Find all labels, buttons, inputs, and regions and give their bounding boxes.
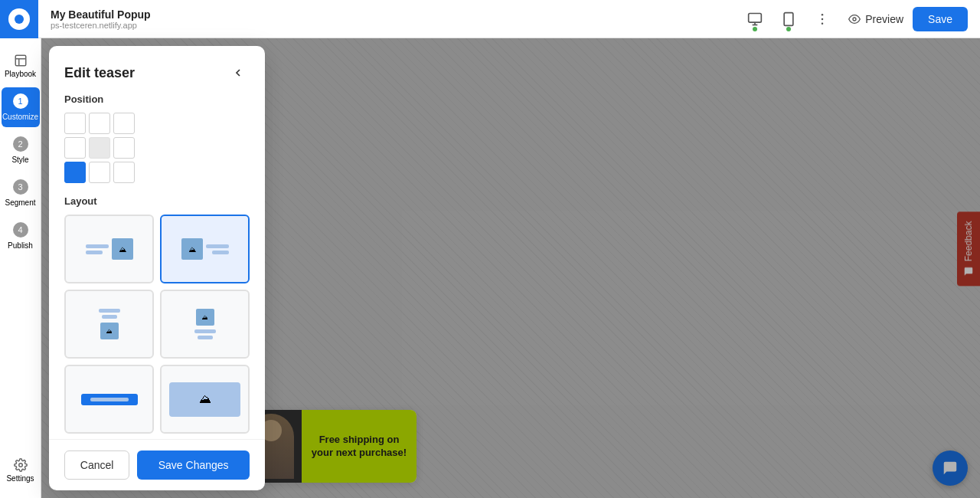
layout-text-col[interactable] <box>64 290 154 359</box>
desktop-active-dot <box>753 27 757 31</box>
save-button[interactable]: Save <box>913 7 968 31</box>
layout-image-col[interactable] <box>160 290 250 359</box>
svg-point-5 <box>822 13 824 15</box>
position-grid <box>64 113 250 183</box>
style-number: 2 <box>13 136 28 152</box>
device-switcher <box>741 5 836 33</box>
position-middle-right[interactable] <box>113 137 135 159</box>
preview-button[interactable]: Preview <box>848 13 903 25</box>
sidebar-item-segment[interactable]: 3 Segment <box>2 173 40 213</box>
site-name: My Beautiful Popup <box>51 8 729 21</box>
publish-number: 4 <box>13 222 28 238</box>
svg-rect-0 <box>749 13 762 22</box>
app-logo[interactable] <box>0 0 38 38</box>
position-top-left[interactable] <box>64 113 86 134</box>
sidebar-item-playbook[interactable]: Playbook <box>2 48 40 84</box>
layout-illus-3 <box>99 309 120 339</box>
layout-image-text[interactable] <box>160 215 250 283</box>
svg-point-12 <box>18 464 22 467</box>
mobile-device-button[interactable] <box>775 5 802 33</box>
position-top-center[interactable] <box>89 113 110 134</box>
cancel-button[interactable]: Cancel <box>64 450 129 480</box>
position-top-right[interactable] <box>113 113 135 134</box>
position-middle-center <box>89 137 110 159</box>
svg-point-8 <box>853 18 856 21</box>
edit-teaser-modal: Edit teaser Position <box>49 46 265 490</box>
position-bottom-right[interactable] <box>113 162 135 183</box>
topbar-actions: Preview Save <box>836 7 980 31</box>
sidebar-settings-label: Settings <box>6 474 34 483</box>
layout-image-only[interactable]: ⛰ <box>160 365 250 434</box>
mobile-active-dot <box>786 27 791 31</box>
layout-text-only[interactable] <box>64 365 154 434</box>
desktop-device-button[interactable] <box>741 5 769 33</box>
preview-label: Preview <box>865 13 903 25</box>
modal-title: Edit teaser <box>64 65 135 81</box>
svg-point-6 <box>822 18 824 20</box>
illus-img-1 <box>112 238 133 260</box>
layout-grid: ⛰ <box>64 215 250 434</box>
layout-illus-2 <box>181 238 229 260</box>
site-url: ps-testceren.netlify.app <box>51 21 729 30</box>
sidebar-playbook-label: Playbook <box>5 70 36 78</box>
illus-img-3 <box>100 323 119 339</box>
illus-img-2 <box>181 238 203 260</box>
svg-point-7 <box>822 22 824 25</box>
topbar: My Beautiful Popup ps-testceren.netlify.… <box>0 0 980 38</box>
modal-back-button[interactable] <box>227 61 250 84</box>
sidebar-segment-label: Segment <box>5 198 35 207</box>
logo-dot <box>15 15 24 24</box>
position-middle-left[interactable] <box>64 137 86 159</box>
more-options-button[interactable] <box>808 5 836 33</box>
customize-number: 1 <box>13 93 28 109</box>
sidebar-item-customize[interactable]: 1 Customize <box>2 87 40 127</box>
sidebar: Playbook 1 Customize 2 Style 3 Segment 4… <box>0 38 41 498</box>
layout-illus-4 <box>194 309 216 339</box>
sidebar-item-style[interactable]: 2 Style <box>2 130 40 170</box>
position-bottom-center[interactable] <box>89 162 110 183</box>
logo-inner <box>8 8 30 30</box>
svg-rect-9 <box>15 55 26 66</box>
layout-illus-5 <box>81 394 138 405</box>
position-bottom-left[interactable] <box>64 162 86 183</box>
position-section-label: Position <box>64 93 250 105</box>
sidebar-customize-label: Customize <box>2 113 38 121</box>
modal-header: Edit teaser <box>49 46 265 93</box>
sidebar-style-label: Style <box>11 156 28 164</box>
segment-number: 3 <box>13 179 28 195</box>
layout-illus-1 <box>86 238 133 260</box>
layout-illus-6: ⛰ <box>169 382 240 417</box>
site-info: My Beautiful Popup ps-testceren.netlify.… <box>38 8 741 30</box>
svg-rect-3 <box>784 12 793 25</box>
modal-body: Position Layout <box>49 93 265 439</box>
save-changes-button[interactable]: Save Changes <box>137 450 250 480</box>
illus-img-4 <box>196 309 214 326</box>
sidebar-item-settings[interactable]: Settings <box>2 452 40 489</box>
sidebar-item-publish[interactable]: 4 Publish <box>2 216 40 256</box>
layout-section-label: Layout <box>64 195 250 207</box>
modal-overlay: Edit teaser Position <box>41 38 980 498</box>
modal-footer: Cancel Save Changes <box>49 439 265 490</box>
layout-text-image[interactable] <box>64 215 154 283</box>
sidebar-publish-label: Publish <box>8 241 33 250</box>
